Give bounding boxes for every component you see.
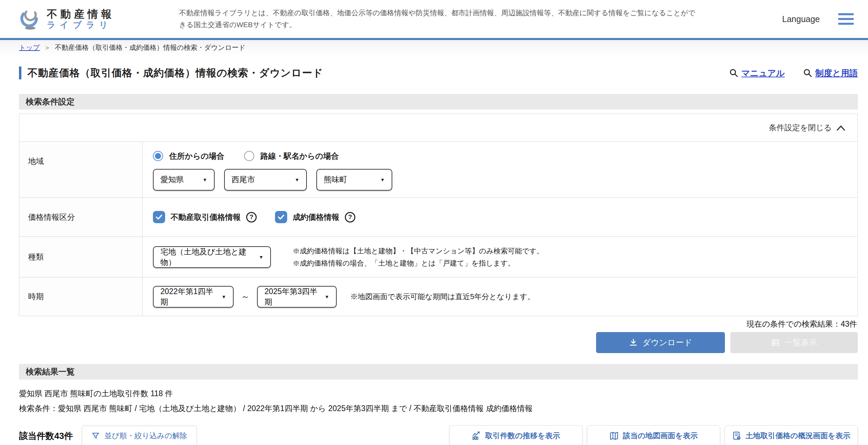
district-select[interactable]: 熊味町 ▼ <box>316 169 392 191</box>
transaction-trend-label: 取引件数の推移を表示 <box>485 431 560 441</box>
period-from-select[interactable]: 2022年第1四半期 ▼ <box>153 286 234 308</box>
breadcrumb-home-link[interactable]: トップ <box>19 43 40 52</box>
current-result-count: 現在の条件での検索結果：43件 <box>0 319 857 329</box>
period-to-value: 2025年第3四半期 <box>264 286 318 307</box>
glossary-link[interactable]: 制度と用語 <box>803 67 858 79</box>
caret-down-icon: ▼ <box>221 294 226 299</box>
caret-down-icon: ▼ <box>324 294 329 299</box>
checkbox-checked-icon <box>153 211 165 223</box>
caret-down-icon: ▼ <box>259 254 263 260</box>
manual-link[interactable]: マニュアル <box>729 67 785 79</box>
show-map-button[interactable]: 該当の地図画面を表示 <box>587 425 720 445</box>
close-conditions-toggle[interactable]: 条件設定を閉じる <box>19 114 857 142</box>
period-to-select[interactable]: 2025年第3四半期 ▼ <box>257 286 337 308</box>
results-summary: 愛知県 西尾市 熊味町の土地取引件数 118 件 <box>19 388 858 399</box>
kind-notes: ※成約価格情報は【土地と建物】・【中古マンション等】のみ検索可能です。 ※成約価… <box>293 245 544 269</box>
region-row: 地域 住所からの場合 路線・駅名からの場合 愛知県 ▼ 西尾市 <box>19 142 857 198</box>
site-header: 不動産情報 ライブラリ 不動産情報ライブラリとは、不動産の取引価格、地価公示等の… <box>0 0 868 38</box>
search-icon <box>803 68 812 78</box>
radio-by-address[interactable]: 住所からの場合 <box>153 151 224 161</box>
radio-by-station-label: 路線・駅名からの場合 <box>260 151 339 161</box>
checkbox-contract-price[interactable]: 成約価格情報 ? <box>275 211 355 223</box>
caret-down-icon: ▼ <box>380 177 385 182</box>
breadcrumb: トップ ＞ 不動産価格（取引価格・成約価格）情報の検索・ダウンロード <box>0 40 868 55</box>
manual-link-label: マニュアル <box>741 67 785 79</box>
search-conditions-panel: 条件設定を閉じる 地域 住所からの場合 路線・駅名からの場合 愛知県 ▼ <box>19 114 858 316</box>
city-select[interactable]: 西尾市 ▼ <box>224 169 307 191</box>
radio-unselected-icon <box>244 151 254 161</box>
price-type-row-label: 価格情報区分 <box>19 198 143 236</box>
hit-count: 該当件数43件 <box>19 430 73 442</box>
radio-selected-icon <box>153 151 163 161</box>
prefecture-select-value: 愛知県 <box>160 174 184 185</box>
land-price-overview-button[interactable]: 土地取引価格の概況画面を表示 <box>725 425 858 445</box>
checkbox-transaction-price-label: 不動産取引価格情報 <box>171 212 241 222</box>
trend-chart-icon <box>472 431 481 441</box>
glossary-link-label: 制度と用語 <box>815 67 858 79</box>
caret-down-icon: ▼ <box>295 177 299 182</box>
show-map-label: 該当の地図画面を表示 <box>623 431 698 441</box>
kind-note-2: ※成約価格情報の場合、「土地と建物」とは「戸建て」を指します。 <box>293 257 544 269</box>
filter-icon <box>92 432 100 440</box>
kind-row: 種類 宅地（土地及び土地と建物） ▼ ※成約価格情報は【土地と建物】・【中古マン… <box>19 237 857 277</box>
results-condition: 検索条件：愛知県 西尾市 熊味町 / 宅地（土地及び土地と建物） / 2022年… <box>19 403 858 414</box>
prefecture-select[interactable]: 愛知県 ▼ <box>153 169 215 191</box>
breadcrumb-current: 不動産価格（取引価格・成約価格）情報の検索・ダウンロード <box>55 43 245 52</box>
clear-sort-filter-button[interactable]: 並び順・絞り込みの解除 <box>82 426 197 445</box>
download-icon <box>629 338 638 347</box>
price-type-row: 価格情報区分 不動産取引価格情報 ? 成約価格情報 ? <box>19 198 857 237</box>
kind-note-1: ※成約価格情報は【土地と建物】・【中古マンション等】のみ検索可能です。 <box>293 245 544 257</box>
kind-select-value: 宅地（土地及び土地と建物） <box>160 247 253 268</box>
checkbox-transaction-price[interactable]: 不動産取引価格情報 ? <box>153 211 257 223</box>
region-row-label: 地域 <box>19 142 143 197</box>
download-button[interactable]: ダウンロード <box>596 332 725 353</box>
period-row: 時期 2022年第1四半期 ▼ ～ 2025年第3四半期 ▼ ※地図画面で表示可… <box>19 277 857 316</box>
city-select-value: 西尾市 <box>232 174 255 185</box>
document-clock-icon <box>732 431 742 441</box>
site-description-line2: きる国土交通省のWEBサイトです。 <box>179 19 695 31</box>
language-button[interactable]: Language <box>782 14 820 24</box>
page-title-row: 不動産価格（取引価格・成約価格）情報の検索・ダウンロード マニュアル 制度と用語 <box>19 62 858 84</box>
kind-row-label: 種類 <box>19 237 143 277</box>
checkbox-checked-icon <box>275 211 287 223</box>
map-icon <box>609 431 619 441</box>
search-conditions-section-header: 検索条件設定 <box>19 94 858 110</box>
site-logo[interactable]: 不動産情報 ライブラリ <box>19 8 115 30</box>
search-icon <box>729 68 738 78</box>
chevron-up-icon <box>836 124 845 131</box>
list-view-button-disabled[interactable]: 一覧表示 <box>730 332 858 353</box>
kind-select[interactable]: 宅地（土地及び土地と建物） ▼ <box>153 246 271 268</box>
table-icon <box>771 338 780 347</box>
close-conditions-label: 条件設定を閉じる <box>769 122 832 133</box>
radio-by-address-label: 住所からの場合 <box>169 151 224 161</box>
logo-text-line2: ライブラリ <box>47 20 115 30</box>
radio-by-station[interactable]: 路線・駅名からの場合 <box>244 151 339 161</box>
site-description: 不動産情報ライブラリとは、不動産の取引価格、地価公示等の価格情報や防災情報、都市… <box>179 7 695 31</box>
download-button-label: ダウンロード <box>643 337 692 348</box>
page-title: 不動産価格（取引価格・成約価格）情報の検索・ダウンロード <box>27 66 323 80</box>
title-accent-bar <box>19 66 21 79</box>
district-select-value: 熊味町 <box>324 174 347 185</box>
period-note: ※地図画面で表示可能な期間は直近5年分となります。 <box>350 292 535 302</box>
caret-down-icon: ▼ <box>202 177 207 182</box>
list-view-button-label: 一覧表示 <box>785 337 817 348</box>
logo-text-line1: 不動産情報 <box>47 8 115 20</box>
period-row-label: 時期 <box>19 277 143 316</box>
help-icon[interactable]: ? <box>246 212 257 222</box>
logo-swirl-icon <box>19 8 41 30</box>
site-description-line1: 不動産情報ライブラリとは、不動産の取引価格、地価公示等の価格情報や防災情報、都市… <box>179 7 695 19</box>
period-tilde: ～ <box>241 291 250 302</box>
land-price-overview-label: 土地取引価格の概況画面を表示 <box>746 431 850 441</box>
help-icon[interactable]: ? <box>345 212 355 222</box>
period-from-value: 2022年第1四半期 <box>160 286 215 307</box>
breadcrumb-separator: ＞ <box>44 43 51 52</box>
checkbox-contract-price-label: 成約価格情報 <box>293 212 339 222</box>
menu-hamburger-icon[interactable] <box>837 12 854 26</box>
results-section-header: 検索結果一覧 <box>19 364 858 380</box>
clear-sort-filter-label: 並び順・絞り込みの解除 <box>104 431 187 441</box>
transaction-trend-button[interactable]: 取引件数の推移を表示 <box>449 425 583 445</box>
